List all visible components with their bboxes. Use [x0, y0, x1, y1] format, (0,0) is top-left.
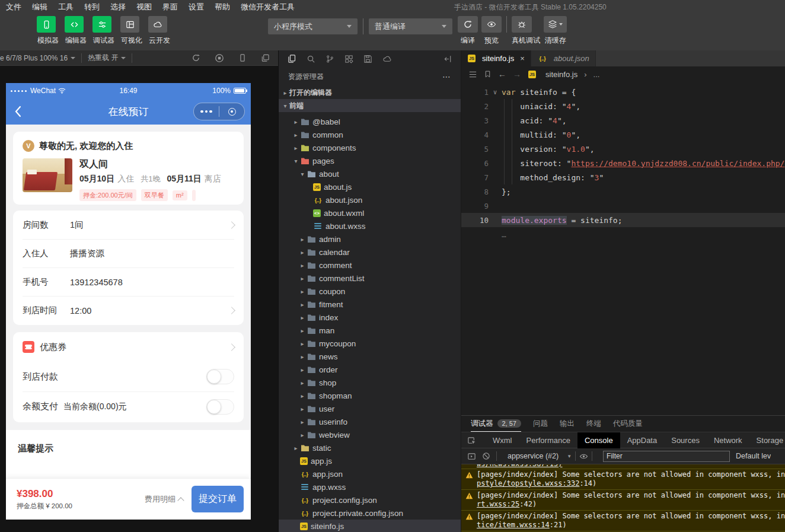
tree-item-app.json[interactable]: {..}app.json [279, 467, 461, 480]
console-sidebar-toggle-icon[interactable] [467, 452, 476, 461]
submit-order-button[interactable]: 提交订单 [192, 486, 244, 512]
tree-item-project.config.json[interactable]: {..}project.config.json [279, 493, 461, 506]
close-icon[interactable]: × [520, 54, 525, 63]
breadcrumb-file[interactable]: siteinfo.js [545, 70, 577, 79]
tree-item-components[interactable]: ▸components [279, 141, 461, 154]
execution-context-select[interactable]: appservice (#2) [508, 452, 559, 460]
devtools-tab-Network[interactable]: Network [707, 432, 749, 448]
detach-window-icon[interactable] [261, 53, 270, 62]
remote-debug-button[interactable] [512, 16, 532, 33]
form-row-3[interactable]: 到店时间12:00 [23, 296, 234, 324]
tree-item-comment[interactable]: ▸comment [279, 259, 461, 272]
tree-item-commentList[interactable]: ▸commentList [279, 272, 461, 285]
inspector-button[interactable] [92, 16, 111, 33]
extensions-icon[interactable] [344, 55, 353, 63]
menu-item-8[interactable]: 帮助 [215, 2, 230, 12]
tree-item-shop[interactable]: ▸shop [279, 376, 461, 389]
tree-item-fitment[interactable]: ▸fitment [279, 298, 461, 311]
cloud-dev-button[interactable] [148, 16, 167, 33]
mode-select[interactable]: 小程序模式 [268, 18, 358, 34]
menu-item-2[interactable]: 工具 [58, 2, 74, 12]
tree-item-pages[interactable]: ▾pages [279, 154, 461, 167]
devtools-tab-AppData[interactable]: AppData [620, 432, 665, 448]
tree-item-coupon[interactable]: ▸coupon [279, 285, 461, 298]
tree-item-user[interactable]: ▸user [279, 402, 461, 415]
code-line-5[interactable]: 5 version: "v1.0", [461, 142, 785, 156]
code-line-3[interactable]: 3 acid: "4", [461, 113, 785, 128]
save-icon[interactable] [363, 55, 372, 63]
preview-button[interactable] [481, 16, 502, 33]
warning-source-link[interactable]: rt.wxss:25 [477, 500, 519, 508]
log-level-select[interactable]: Default lev [736, 452, 771, 460]
form-row-2[interactable]: 手机号13912345678 [23, 267, 234, 296]
code-line-1[interactable]: 1∨var siteinfo = { [461, 85, 785, 99]
live-expression-eye-icon[interactable] [579, 452, 588, 461]
code-editor[interactable]: 1∨var siteinfo = {2 uniacid: "4",3 acid:… [461, 82, 785, 241]
clear-console-icon[interactable] [482, 452, 490, 460]
more-menu-icon[interactable] [194, 110, 219, 113]
menu-item-1[interactable]: 编辑 [32, 2, 47, 12]
tree-item-about[interactable]: ▾about [279, 167, 461, 180]
bookmark-icon[interactable] [484, 70, 492, 78]
tree-item-app.js[interactable]: JSapp.js [279, 454, 461, 467]
tree-item-about.wxml[interactable]: <>about.wxml [279, 206, 461, 219]
code-line-8[interactable]: 8}; [461, 184, 785, 199]
outline-icon[interactable] [468, 70, 477, 79]
debugger-tab-问题[interactable]: 问题 [533, 416, 548, 432]
tree-item-about.json[interactable]: {..}about.json [279, 193, 461, 206]
devtools-tab-Console[interactable]: Console [577, 432, 620, 448]
menu-item-5[interactable]: 视图 [136, 2, 152, 12]
tree-item-calendar[interactable]: ▸calendar [279, 246, 461, 259]
stop-icon[interactable] [215, 53, 224, 63]
debugger-tab-终端[interactable]: 终端 [586, 416, 601, 432]
tree-item-project.private.config.json[interactable]: {..}project.private.config.json [279, 506, 461, 520]
menu-item-0[interactable]: 文件 [6, 2, 21, 12]
fee-detail-toggle[interactable]: 费用明细 [145, 494, 183, 505]
nav-back-icon[interactable]: ← [498, 69, 506, 79]
console-filter-input[interactable] [603, 451, 730, 462]
code-line-9[interactable]: 9 [461, 199, 785, 213]
devtools-tab-Storage[interactable]: Storage [749, 432, 785, 448]
tree-item-order[interactable]: ▸order [279, 363, 461, 376]
project-root-section[interactable]: ▾ 前端 [279, 99, 461, 112]
breadcrumb-more[interactable]: ... [593, 70, 600, 79]
tree-item-app.wxss[interactable]: app.wxss [279, 480, 461, 493]
tree-item-siteinfo.js[interactable]: JSsiteinfo.js [279, 520, 461, 532]
toggle-switch[interactable] [206, 369, 234, 384]
inspect-element-icon[interactable] [467, 436, 476, 445]
tree-item-mycoupon[interactable]: ▸mycoupon [279, 337, 461, 350]
form-row-0[interactable]: 房间数1间 [23, 211, 234, 239]
cloud-icon[interactable] [382, 55, 392, 63]
nav-forward-icon[interactable]: → [513, 69, 521, 79]
tree-item-admin[interactable]: ▸admin [279, 232, 461, 246]
compile-mode-select[interactable]: 普通编译 [369, 18, 452, 34]
open-editors-section[interactable]: ▸ 打开的编辑器 [279, 86, 461, 99]
code-line-6[interactable]: 6 siteroot: "https://demo10.ynjdzzd008.c… [461, 156, 785, 170]
devtools-tab-Sources[interactable]: Sources [664, 432, 707, 448]
tree-item-man[interactable]: ▸man [279, 324, 461, 337]
code-line-7[interactable]: 7 method_design: "3" [461, 170, 785, 184]
devtools-tab-Performance[interactable]: Performance [519, 432, 577, 448]
tree-item-news[interactable]: ▸news [279, 350, 461, 363]
tree-item-index[interactable]: ▸index [279, 311, 461, 324]
menu-item-7[interactable]: 设置 [189, 2, 204, 12]
editor-tab-siteinfo.js[interactable]: JSsiteinfo.js× [461, 50, 531, 66]
git-icon[interactable] [326, 55, 334, 63]
close-minibar-icon[interactable] [219, 108, 244, 116]
tree-item-common[interactable]: ▸common [279, 128, 461, 141]
collapse-sidebar-icon[interactable] [443, 55, 452, 63]
menu-item-3[interactable]: 转到 [84, 2, 100, 12]
wechat-capsule[interactable] [193, 103, 245, 120]
editor-button[interactable] [65, 16, 84, 33]
devtools-tab-Wxml[interactable]: Wxml [486, 432, 519, 448]
simulator-button[interactable] [37, 16, 56, 33]
tree-item-about.js[interactable]: JSabout.js [279, 180, 461, 193]
coupon-row[interactable]: 优惠券 [23, 332, 234, 362]
tree-item-about.wxss[interactable]: about.wxss [279, 219, 461, 232]
warning-source-link[interactable]: tice/item.wxss:14 [477, 521, 550, 529]
code-line-2[interactable]: 2 uniacid: "4", [461, 99, 785, 113]
debugger-tab-输出[interactable]: 输出 [560, 416, 575, 432]
menu-item-6[interactable]: 界面 [162, 2, 178, 12]
toggle-switch[interactable] [206, 399, 234, 415]
rotate-device-icon[interactable] [192, 53, 200, 62]
